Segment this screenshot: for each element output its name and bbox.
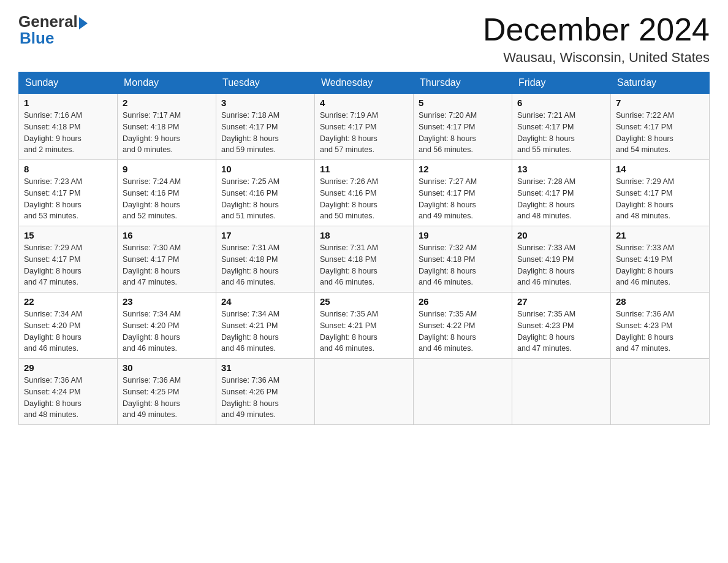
calendar-day-cell: 27 Sunrise: 7:35 AMSunset: 4:23 PMDaylig… [512, 293, 611, 359]
calendar-day-cell [512, 359, 611, 425]
day-number: 3 [221, 98, 309, 108]
day-number: 13 [517, 164, 605, 174]
calendar-day-cell: 26 Sunrise: 7:35 AMSunset: 4:22 PMDaylig… [414, 293, 512, 359]
calendar-day-cell: 20 Sunrise: 7:33 AMSunset: 4:19 PMDaylig… [512, 226, 611, 293]
calendar-day-cell: 3 Sunrise: 7:18 AMSunset: 4:17 PMDayligh… [216, 94, 315, 160]
calendar-day-cell: 8 Sunrise: 7:23 AMSunset: 4:17 PMDayligh… [19, 160, 118, 226]
calendar-day-cell: 18 Sunrise: 7:31 AMSunset: 4:18 PMDaylig… [315, 226, 414, 293]
day-info: Sunrise: 7:24 AMSunset: 4:16 PMDaylight:… [123, 176, 211, 222]
day-number: 4 [320, 98, 408, 108]
day-info: Sunrise: 7:31 AMSunset: 4:18 PMDaylight:… [221, 242, 309, 288]
day-info: Sunrise: 7:29 AMSunset: 4:17 PMDaylight:… [24, 242, 112, 288]
day-info: Sunrise: 7:25 AMSunset: 4:16 PMDaylight:… [221, 176, 309, 222]
day-info: Sunrise: 7:36 AMSunset: 4:24 PMDaylight:… [24, 375, 112, 421]
calendar-week-row: 22 Sunrise: 7:34 AMSunset: 4:20 PMDaylig… [19, 293, 710, 359]
day-info: Sunrise: 7:28 AMSunset: 4:17 PMDaylight:… [517, 176, 605, 222]
day-info: Sunrise: 7:27 AMSunset: 4:17 PMDaylight:… [419, 176, 507, 222]
day-info: Sunrise: 7:20 AMSunset: 4:17 PMDaylight:… [419, 110, 507, 156]
day-number: 31 [221, 362, 309, 373]
calendar-day-cell: 29 Sunrise: 7:36 AMSunset: 4:24 PMDaylig… [19, 359, 118, 425]
calendar-day-cell [315, 359, 414, 425]
day-number: 1 [24, 98, 112, 108]
day-info: Sunrise: 7:33 AMSunset: 4:19 PMDaylight:… [616, 242, 704, 288]
page-header: General Blue December 2024 Wausau, Wisco… [18, 12, 710, 66]
day-info: Sunrise: 7:34 AMSunset: 4:20 PMDaylight:… [24, 308, 112, 354]
day-number: 17 [221, 230, 309, 240]
calendar-day-cell: 12 Sunrise: 7:27 AMSunset: 4:17 PMDaylig… [414, 160, 512, 226]
day-number: 5 [419, 98, 507, 108]
calendar-table: SundayMondayTuesdayWednesdayThursdayFrid… [18, 72, 710, 425]
calendar-header-sunday: Sunday [19, 72, 118, 94]
logo-arrow-icon [79, 17, 88, 29]
calendar-day-cell: 6 Sunrise: 7:21 AMSunset: 4:17 PMDayligh… [512, 94, 611, 160]
day-info: Sunrise: 7:16 AMSunset: 4:18 PMDaylight:… [24, 110, 112, 156]
day-number: 29 [24, 362, 112, 373]
logo: General Blue [18, 12, 88, 48]
calendar-day-cell: 17 Sunrise: 7:31 AMSunset: 4:18 PMDaylig… [216, 226, 315, 293]
calendar-day-cell: 16 Sunrise: 7:30 AMSunset: 4:17 PMDaylig… [118, 226, 216, 293]
day-number: 7 [616, 98, 704, 108]
day-info: Sunrise: 7:34 AMSunset: 4:20 PMDaylight:… [123, 308, 211, 354]
day-number: 10 [221, 164, 309, 174]
calendar-day-cell: 19 Sunrise: 7:32 AMSunset: 4:18 PMDaylig… [414, 226, 512, 293]
title-block: December 2024 Wausau, Wisconsin, United … [483, 12, 710, 66]
calendar-week-row: 1 Sunrise: 7:16 AMSunset: 4:18 PMDayligh… [19, 94, 710, 160]
day-number: 9 [123, 164, 211, 174]
calendar-day-cell: 28 Sunrise: 7:36 AMSunset: 4:23 PMDaylig… [611, 293, 710, 359]
month-title: December 2024 [483, 12, 710, 47]
day-number: 25 [320, 296, 408, 307]
day-info: Sunrise: 7:18 AMSunset: 4:17 PMDaylight:… [221, 110, 309, 156]
location-title: Wausau, Wisconsin, United States [483, 50, 710, 66]
day-info: Sunrise: 7:29 AMSunset: 4:17 PMDaylight:… [616, 176, 704, 222]
day-number: 23 [123, 296, 211, 307]
day-info: Sunrise: 7:34 AMSunset: 4:21 PMDaylight:… [221, 308, 309, 354]
calendar-header-row: SundayMondayTuesdayWednesdayThursdayFrid… [19, 72, 710, 94]
day-number: 15 [24, 230, 112, 240]
day-number: 22 [24, 296, 112, 307]
day-number: 18 [320, 230, 408, 240]
day-number: 21 [616, 230, 704, 240]
calendar-header-friday: Friday [512, 72, 611, 94]
day-info: Sunrise: 7:36 AMSunset: 4:23 PMDaylight:… [616, 308, 704, 354]
calendar-day-cell: 22 Sunrise: 7:34 AMSunset: 4:20 PMDaylig… [19, 293, 118, 359]
calendar-header-tuesday: Tuesday [216, 72, 315, 94]
day-info: Sunrise: 7:35 AMSunset: 4:23 PMDaylight:… [517, 308, 605, 354]
day-info: Sunrise: 7:23 AMSunset: 4:17 PMDaylight:… [24, 176, 112, 222]
calendar-day-cell: 15 Sunrise: 7:29 AMSunset: 4:17 PMDaylig… [19, 226, 118, 293]
day-info: Sunrise: 7:32 AMSunset: 4:18 PMDaylight:… [419, 242, 507, 288]
calendar-header-monday: Monday [118, 72, 216, 94]
calendar-day-cell: 11 Sunrise: 7:26 AMSunset: 4:16 PMDaylig… [315, 160, 414, 226]
day-info: Sunrise: 7:22 AMSunset: 4:17 PMDaylight:… [616, 110, 704, 156]
day-info: Sunrise: 7:21 AMSunset: 4:17 PMDaylight:… [517, 110, 605, 156]
calendar-day-cell: 4 Sunrise: 7:19 AMSunset: 4:17 PMDayligh… [315, 94, 414, 160]
calendar-day-cell: 14 Sunrise: 7:29 AMSunset: 4:17 PMDaylig… [611, 160, 710, 226]
day-info: Sunrise: 7:19 AMSunset: 4:17 PMDaylight:… [320, 110, 408, 156]
day-info: Sunrise: 7:35 AMSunset: 4:22 PMDaylight:… [419, 308, 507, 354]
day-number: 11 [320, 164, 408, 174]
day-info: Sunrise: 7:31 AMSunset: 4:18 PMDaylight:… [320, 242, 408, 288]
day-number: 2 [123, 98, 211, 108]
calendar-day-cell: 23 Sunrise: 7:34 AMSunset: 4:20 PMDaylig… [118, 293, 216, 359]
day-number: 12 [419, 164, 507, 174]
day-info: Sunrise: 7:17 AMSunset: 4:18 PMDaylight:… [123, 110, 211, 156]
calendar-day-cell [611, 359, 710, 425]
calendar-day-cell [414, 359, 512, 425]
day-number: 16 [123, 230, 211, 240]
calendar-day-cell: 31 Sunrise: 7:36 AMSunset: 4:26 PMDaylig… [216, 359, 315, 425]
calendar-week-row: 29 Sunrise: 7:36 AMSunset: 4:24 PMDaylig… [19, 359, 710, 425]
calendar-day-cell: 1 Sunrise: 7:16 AMSunset: 4:18 PMDayligh… [19, 94, 118, 160]
day-info: Sunrise: 7:36 AMSunset: 4:26 PMDaylight:… [221, 375, 309, 421]
calendar-week-row: 15 Sunrise: 7:29 AMSunset: 4:17 PMDaylig… [19, 226, 710, 293]
day-info: Sunrise: 7:33 AMSunset: 4:19 PMDaylight:… [517, 242, 605, 288]
calendar-day-cell: 5 Sunrise: 7:20 AMSunset: 4:17 PMDayligh… [414, 94, 512, 160]
day-number: 6 [517, 98, 605, 108]
logo-blue-text: Blue [20, 29, 54, 48]
calendar-header-thursday: Thursday [414, 72, 512, 94]
calendar-day-cell: 7 Sunrise: 7:22 AMSunset: 4:17 PMDayligh… [611, 94, 710, 160]
day-info: Sunrise: 7:36 AMSunset: 4:25 PMDaylight:… [123, 375, 211, 421]
day-number: 24 [221, 296, 309, 307]
day-info: Sunrise: 7:26 AMSunset: 4:16 PMDaylight:… [320, 176, 408, 222]
day-number: 20 [517, 230, 605, 240]
calendar-day-cell: 9 Sunrise: 7:24 AMSunset: 4:16 PMDayligh… [118, 160, 216, 226]
day-info: Sunrise: 7:35 AMSunset: 4:21 PMDaylight:… [320, 308, 408, 354]
